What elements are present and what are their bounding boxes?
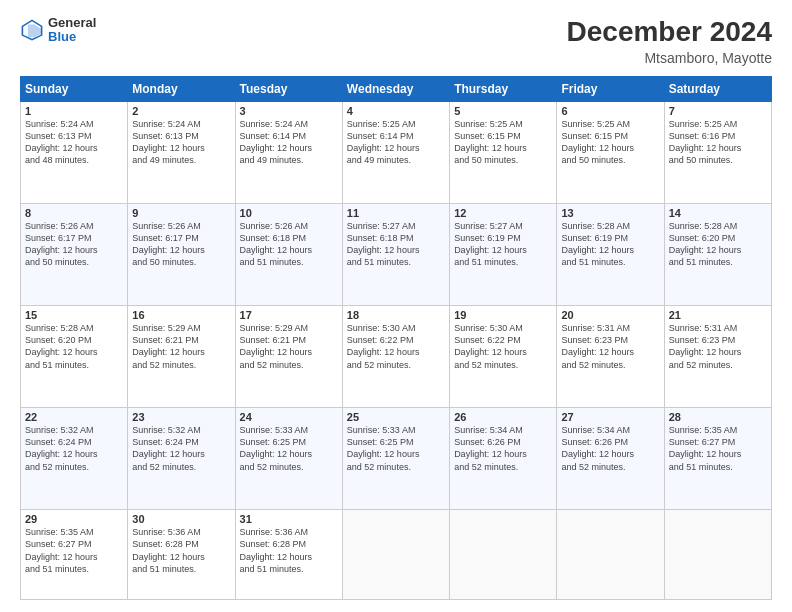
day-number: 19 <box>454 309 552 321</box>
day-info: Sunrise: 5:30 AMSunset: 6:22 PMDaylight:… <box>454 322 552 371</box>
day-number: 15 <box>25 309 123 321</box>
day-info: Sunrise: 5:25 AMSunset: 6:14 PMDaylight:… <box>347 118 445 167</box>
day-number: 28 <box>669 411 767 423</box>
day-info: Sunrise: 5:34 AMSunset: 6:26 PMDaylight:… <box>454 424 552 473</box>
day-number: 21 <box>669 309 767 321</box>
day-number: 3 <box>240 105 338 117</box>
calendar-cell: 18Sunrise: 5:30 AMSunset: 6:22 PMDayligh… <box>342 306 449 408</box>
day-number: 22 <box>25 411 123 423</box>
calendar-cell: 7Sunrise: 5:25 AMSunset: 6:16 PMDaylight… <box>664 102 771 204</box>
day-info: Sunrise: 5:35 AMSunset: 6:27 PMDaylight:… <box>669 424 767 473</box>
calendar-cell: 9Sunrise: 5:26 AMSunset: 6:17 PMDaylight… <box>128 204 235 306</box>
day-info: Sunrise: 5:24 AMSunset: 6:14 PMDaylight:… <box>240 118 338 167</box>
day-info: Sunrise: 5:27 AMSunset: 6:19 PMDaylight:… <box>454 220 552 269</box>
subtitle: Mtsamboro, Mayotte <box>567 50 772 66</box>
day-info: Sunrise: 5:34 AMSunset: 6:26 PMDaylight:… <box>561 424 659 473</box>
calendar-cell: 6Sunrise: 5:25 AMSunset: 6:15 PMDaylight… <box>557 102 664 204</box>
calendar-cell: 4Sunrise: 5:25 AMSunset: 6:14 PMDaylight… <box>342 102 449 204</box>
day-number: 5 <box>454 105 552 117</box>
day-number: 31 <box>240 513 338 525</box>
day-info: Sunrise: 5:33 AMSunset: 6:25 PMDaylight:… <box>347 424 445 473</box>
calendar-cell: 28Sunrise: 5:35 AMSunset: 6:27 PMDayligh… <box>664 408 771 510</box>
day-info: Sunrise: 5:29 AMSunset: 6:21 PMDaylight:… <box>240 322 338 371</box>
calendar-cell: 21Sunrise: 5:31 AMSunset: 6:23 PMDayligh… <box>664 306 771 408</box>
calendar-cell: 11Sunrise: 5:27 AMSunset: 6:18 PMDayligh… <box>342 204 449 306</box>
col-saturday: Saturday <box>664 77 771 102</box>
calendar-cell: 8Sunrise: 5:26 AMSunset: 6:17 PMDaylight… <box>21 204 128 306</box>
day-number: 7 <box>669 105 767 117</box>
day-number: 6 <box>561 105 659 117</box>
calendar-cell: 17Sunrise: 5:29 AMSunset: 6:21 PMDayligh… <box>235 306 342 408</box>
calendar-cell: 2Sunrise: 5:24 AMSunset: 6:13 PMDaylight… <box>128 102 235 204</box>
calendar-week-4: 22Sunrise: 5:32 AMSunset: 6:24 PMDayligh… <box>21 408 772 510</box>
day-number: 26 <box>454 411 552 423</box>
day-info: Sunrise: 5:26 AMSunset: 6:17 PMDaylight:… <box>132 220 230 269</box>
day-info: Sunrise: 5:28 AMSunset: 6:20 PMDaylight:… <box>25 322 123 371</box>
day-info: Sunrise: 5:27 AMSunset: 6:18 PMDaylight:… <box>347 220 445 269</box>
calendar-cell: 27Sunrise: 5:34 AMSunset: 6:26 PMDayligh… <box>557 408 664 510</box>
calendar-cell: 16Sunrise: 5:29 AMSunset: 6:21 PMDayligh… <box>128 306 235 408</box>
day-number: 11 <box>347 207 445 219</box>
calendar-week-3: 15Sunrise: 5:28 AMSunset: 6:20 PMDayligh… <box>21 306 772 408</box>
logo-text: General Blue <box>48 16 96 45</box>
day-number: 9 <box>132 207 230 219</box>
calendar-cell <box>557 510 664 600</box>
day-info: Sunrise: 5:31 AMSunset: 6:23 PMDaylight:… <box>561 322 659 371</box>
day-number: 24 <box>240 411 338 423</box>
calendar-cell <box>342 510 449 600</box>
day-number: 8 <box>25 207 123 219</box>
calendar-cell: 29Sunrise: 5:35 AMSunset: 6:27 PMDayligh… <box>21 510 128 600</box>
calendar-table: Sunday Monday Tuesday Wednesday Thursday… <box>20 76 772 600</box>
day-number: 27 <box>561 411 659 423</box>
day-number: 14 <box>669 207 767 219</box>
day-info: Sunrise: 5:24 AMSunset: 6:13 PMDaylight:… <box>25 118 123 167</box>
calendar-cell: 20Sunrise: 5:31 AMSunset: 6:23 PMDayligh… <box>557 306 664 408</box>
day-info: Sunrise: 5:33 AMSunset: 6:25 PMDaylight:… <box>240 424 338 473</box>
day-number: 29 <box>25 513 123 525</box>
day-info: Sunrise: 5:25 AMSunset: 6:16 PMDaylight:… <box>669 118 767 167</box>
day-number: 12 <box>454 207 552 219</box>
calendar-cell: 25Sunrise: 5:33 AMSunset: 6:25 PMDayligh… <box>342 408 449 510</box>
calendar-cell: 1Sunrise: 5:24 AMSunset: 6:13 PMDaylight… <box>21 102 128 204</box>
day-info: Sunrise: 5:25 AMSunset: 6:15 PMDaylight:… <box>454 118 552 167</box>
day-number: 25 <box>347 411 445 423</box>
day-number: 23 <box>132 411 230 423</box>
day-info: Sunrise: 5:25 AMSunset: 6:15 PMDaylight:… <box>561 118 659 167</box>
calendar-cell: 12Sunrise: 5:27 AMSunset: 6:19 PMDayligh… <box>450 204 557 306</box>
day-info: Sunrise: 5:26 AMSunset: 6:18 PMDaylight:… <box>240 220 338 269</box>
day-number: 1 <box>25 105 123 117</box>
day-number: 4 <box>347 105 445 117</box>
calendar-cell <box>450 510 557 600</box>
calendar-cell: 24Sunrise: 5:33 AMSunset: 6:25 PMDayligh… <box>235 408 342 510</box>
day-number: 18 <box>347 309 445 321</box>
calendar-cell: 13Sunrise: 5:28 AMSunset: 6:19 PMDayligh… <box>557 204 664 306</box>
calendar-cell: 14Sunrise: 5:28 AMSunset: 6:20 PMDayligh… <box>664 204 771 306</box>
day-number: 10 <box>240 207 338 219</box>
calendar-cell <box>664 510 771 600</box>
day-info: Sunrise: 5:28 AMSunset: 6:19 PMDaylight:… <box>561 220 659 269</box>
calendar-cell: 22Sunrise: 5:32 AMSunset: 6:24 PMDayligh… <box>21 408 128 510</box>
calendar-cell: 3Sunrise: 5:24 AMSunset: 6:14 PMDaylight… <box>235 102 342 204</box>
day-info: Sunrise: 5:32 AMSunset: 6:24 PMDaylight:… <box>25 424 123 473</box>
day-info: Sunrise: 5:36 AMSunset: 6:28 PMDaylight:… <box>132 526 230 575</box>
title-block: December 2024 Mtsamboro, Mayotte <box>567 16 772 66</box>
day-info: Sunrise: 5:35 AMSunset: 6:27 PMDaylight:… <box>25 526 123 575</box>
calendar-cell: 10Sunrise: 5:26 AMSunset: 6:18 PMDayligh… <box>235 204 342 306</box>
col-friday: Friday <box>557 77 664 102</box>
calendar-header-row: Sunday Monday Tuesday Wednesday Thursday… <box>21 77 772 102</box>
day-number: 2 <box>132 105 230 117</box>
day-info: Sunrise: 5:30 AMSunset: 6:22 PMDaylight:… <box>347 322 445 371</box>
day-number: 16 <box>132 309 230 321</box>
header: General Blue December 2024 Mtsamboro, Ma… <box>20 16 772 66</box>
col-sunday: Sunday <box>21 77 128 102</box>
logo-icon <box>20 18 44 42</box>
calendar-cell: 30Sunrise: 5:36 AMSunset: 6:28 PMDayligh… <box>128 510 235 600</box>
col-tuesday: Tuesday <box>235 77 342 102</box>
calendar-week-5: 29Sunrise: 5:35 AMSunset: 6:27 PMDayligh… <box>21 510 772 600</box>
day-info: Sunrise: 5:31 AMSunset: 6:23 PMDaylight:… <box>669 322 767 371</box>
logo-general-text: General <box>48 16 96 30</box>
calendar-week-1: 1Sunrise: 5:24 AMSunset: 6:13 PMDaylight… <box>21 102 772 204</box>
day-number: 30 <box>132 513 230 525</box>
calendar-cell: 23Sunrise: 5:32 AMSunset: 6:24 PMDayligh… <box>128 408 235 510</box>
calendar-week-2: 8Sunrise: 5:26 AMSunset: 6:17 PMDaylight… <box>21 204 772 306</box>
